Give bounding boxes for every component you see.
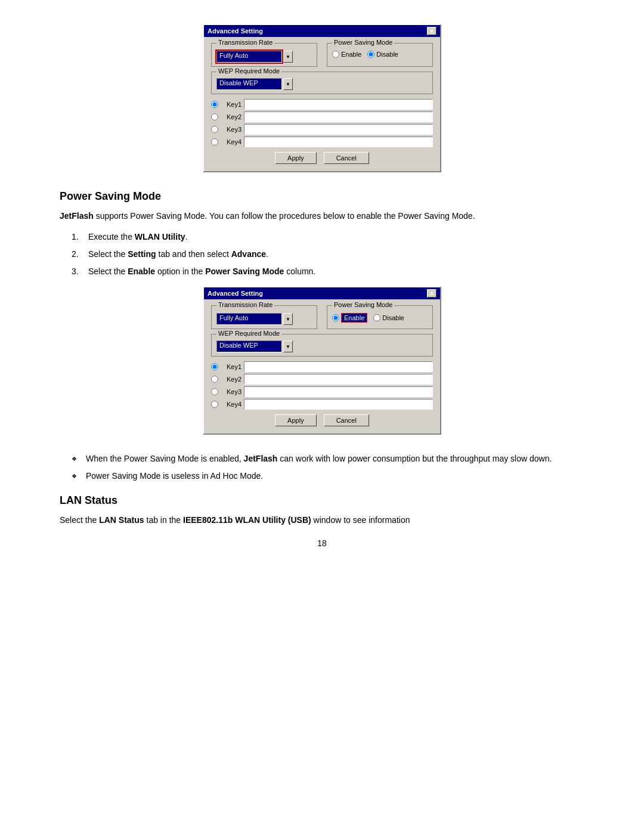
power-disable-radio-item[interactable]: Disable [367,51,398,58]
first-dialog-title: Advanced Setting [208,27,263,35]
power-enable-radio[interactable] [332,51,339,58]
second-key-rows: Key1 Key2 Key3 Key4 [211,361,433,410]
second-power-saving-group: Power Saving Mode Enable Disable [327,305,433,329]
power-saving-intro: JetFlash supports Power Saving Mode. You… [60,210,584,222]
key4-input[interactable] [244,137,433,147]
first-dialog-close-btn[interactable]: × [427,27,436,35]
wep-label: WEP Required Mode [216,67,281,75]
key3-input[interactable] [244,124,433,135]
key3-label: Key3 [221,126,242,133]
wep-group: WEP Required Mode Disable WEP ▼ [211,72,433,94]
transmission-rate-group: Transmission Rate Fully Auto ▼ [211,43,317,67]
second-dialog-container: Advanced Setting × Transmission Rate Ful… [60,286,584,435]
power-enable-radio-item[interactable]: Enable [332,51,361,58]
second-transmission-rate-group: Transmission Rate Fully Auto ▼ [211,305,317,329]
second-apply-button[interactable]: Apply [275,414,317,426]
lan-status-text1: Select the [60,515,99,525]
second-power-disable-radio-item[interactable]: Disable [373,314,404,321]
second-wep-group: WEP Required Mode Disable WEP ▼ [211,334,433,357]
second-transmission-rate-select[interactable]: Fully Auto [216,313,282,325]
key1-input[interactable] [244,99,433,110]
page-content: Advanced Setting × Transmission Rate Ful… [60,24,584,548]
bullet-1: When the Power Saving Mode is enabled, J… [72,453,584,465]
second-wep-select[interactable]: Disable WEP [216,340,282,352]
transmission-rate-label: Transmission Rate [216,39,274,46]
second-dialog-close-btn[interactable]: × [427,289,436,298]
key2-radio[interactable] [211,113,218,120]
key1-radio[interactable] [211,101,218,108]
key3-radio[interactable] [211,126,218,133]
first-cancel-button[interactable]: Cancel [324,152,369,164]
second-key3-radio[interactable] [211,388,218,395]
bullet-list: When the Power Saving Mode is enabled, J… [72,453,584,482]
second-dialog-top-row: Transmission Rate Fully Auto ▼ Power Sav… [211,305,433,329]
second-dialog-titlebar: Advanced Setting × [204,287,440,299]
step-2: 2. Select the Setting tab and then selec… [72,248,584,261]
first-dialog-window: Advanced Setting × Transmission Rate Ful… [203,24,441,172]
second-key1-radio[interactable] [211,363,218,370]
second-transmission-rate-control: Fully Auto ▼ [216,313,312,325]
lan-status-text2: tab in the [144,515,183,525]
second-power-disable-radio[interactable] [373,314,380,321]
second-power-enable-radio-item[interactable]: Enable [332,313,367,323]
second-dialog-body: Transmission Rate Fully Auto ▼ Power Sav… [204,299,440,433]
second-transmission-rate-dropdown-btn[interactable]: ▼ [283,313,293,325]
wep-select[interactable]: Disable WEP [216,78,282,90]
second-wep-dropdown-btn[interactable]: ▼ [283,340,293,352]
second-power-saving-radios: Enable Disable [332,313,428,323]
power-saving-intro-text: supports Power Saving Mode. You can foll… [96,211,475,221]
bullet-2: Power Saving Mode is useless in Ad Hoc M… [72,470,584,482]
wep-dropdown-btn[interactable]: ▼ [283,78,293,90]
second-power-enable-radio[interactable] [332,314,339,321]
second-transmission-rate-label: Transmission Rate [216,301,274,308]
lan-status-intro: Select the LAN Status tab in the IEEE802… [60,514,584,527]
power-disable-label: Disable [376,51,398,58]
step-1: 1. Execute the WLAN Utility. [72,231,584,243]
bullet1-bold: JetFlash [244,454,278,463]
bullet2-text: Power Saving Mode is useless in Ad Hoc M… [86,470,263,482]
power-saving-heading: Power Saving Mode [60,190,584,203]
step1-bold: WLAN Utility [135,232,185,241]
key2-input[interactable] [244,112,433,122]
second-key2-input[interactable] [244,374,433,385]
second-power-enable-label: Enable [341,313,367,323]
key1-label: Key1 [221,101,242,108]
second-key2-row: Key2 [211,374,433,385]
lan-status-text3: window to see information [311,515,410,525]
second-power-saving-label: Power Saving Mode [332,301,394,308]
second-dialog-buttons: Apply Cancel [211,414,433,426]
power-enable-label: Enable [341,51,361,58]
second-dialog-title: Advanced Setting [208,290,263,297]
first-dialog-container: Advanced Setting × Transmission Rate Ful… [60,24,584,172]
second-key4-input[interactable] [244,399,433,410]
second-wep-label: WEP Required Mode [216,330,281,337]
second-key4-radio[interactable] [211,401,218,408]
first-apply-button[interactable]: Apply [275,152,317,164]
power-disable-radio[interactable] [367,51,374,58]
key-rows: Key1 Key2 Key3 Key4 [211,99,433,147]
second-key1-input[interactable] [244,361,433,372]
second-power-disable-label: Disable [382,314,404,321]
second-dialog-window: Advanced Setting × Transmission Rate Ful… [203,286,441,435]
step-3: 3. Select the Enable option in the Power… [72,265,584,278]
dropdown-icon: ▼ [286,54,290,60]
second-wep-select-control: Disable WEP ▼ [216,340,428,352]
first-dialog-buttons: Apply Cancel [211,152,433,164]
step3-bold1: Enable [128,267,155,276]
key2-row: Key2 [211,112,433,122]
page-number: 18 [60,538,584,548]
key4-radio[interactable] [211,138,218,145]
power-saving-group: Power Saving Mode Enable Disable [327,43,433,67]
second-key2-radio[interactable] [211,376,218,383]
transmission-rate-dropdown-btn[interactable]: ▼ [283,51,293,63]
second-key1-label: Key1 [221,363,242,370]
first-dialog-body: Transmission Rate Fully Auto ▼ Power Sav… [204,37,440,171]
second-cancel-button[interactable]: Cancel [324,414,369,426]
power-saving-label: Power Saving Mode [332,39,394,46]
wep-dropdown-icon: ▼ [286,82,290,87]
second-key3-input[interactable] [244,386,433,397]
step2-bold1: Setting [128,249,156,259]
transmission-rate-select[interactable]: Fully Auto [216,51,282,63]
lan-status-bold1: LAN Status [99,515,144,525]
lan-status-bold2: IEEE802.11b WLAN Utility (USB) [183,515,311,525]
